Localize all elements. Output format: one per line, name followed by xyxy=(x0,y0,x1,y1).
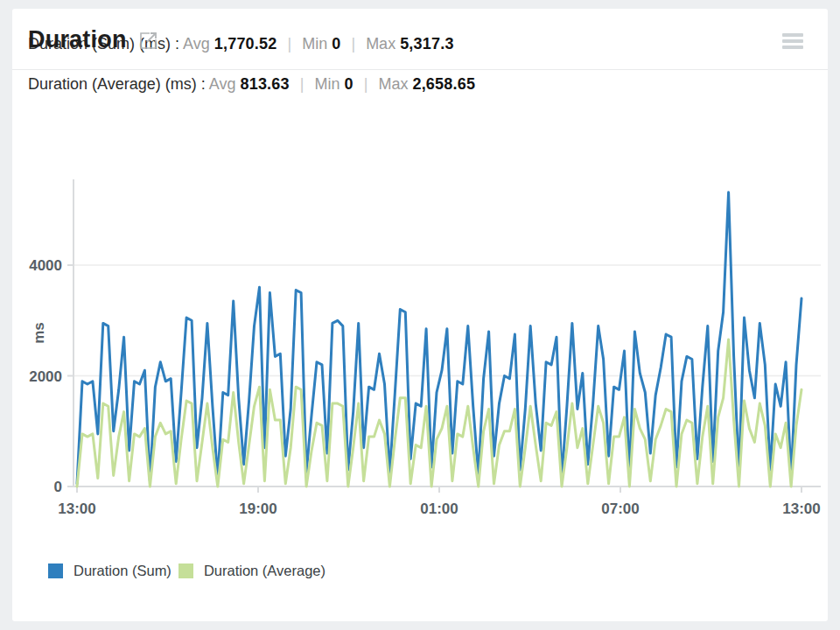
svg-text:01:00: 01:00 xyxy=(420,500,458,517)
max-label: Max xyxy=(378,75,408,93)
legend-item-average[interactable]: Duration (Average) xyxy=(178,563,326,579)
open-in-new-window-icon xyxy=(138,40,158,53)
svg-text:2000: 2000 xyxy=(29,368,62,385)
svg-text:ms: ms xyxy=(31,322,47,344)
duration-widget: Duration Duration (Sum) (ms) : Avg xyxy=(12,9,828,621)
svg-text:13:00: 13:00 xyxy=(782,500,820,517)
avg-label: Avg xyxy=(209,75,236,93)
average-stats-row: Duration (Average) (ms) : Avg 813.63 | M… xyxy=(28,75,828,94)
svg-text:07:00: 07:00 xyxy=(601,500,639,517)
svg-text:4000: 4000 xyxy=(29,257,62,274)
legend-label-average: Duration (Average) xyxy=(204,563,326,579)
widget-menu-button[interactable] xyxy=(782,33,803,49)
average-avg-value: 813.63 xyxy=(240,75,289,93)
svg-text:19:00: 19:00 xyxy=(239,500,276,517)
average-max-value: 2,658.65 xyxy=(412,75,475,93)
duration-chart[interactable]: 02000400013:0019:0001:0007:0013:00ms xyxy=(12,171,828,525)
page-title: Duration xyxy=(28,26,127,53)
separator: | xyxy=(358,75,374,93)
legend-item-sum[interactable]: Duration (Sum) xyxy=(48,563,172,579)
svg-text:13:00: 13:00 xyxy=(58,500,95,517)
svg-text:0: 0 xyxy=(54,479,62,495)
chart-legend: Duration (Sum) Duration (Average) xyxy=(48,563,326,579)
average-min-value: 0 xyxy=(344,75,353,93)
average-series-swatch-icon xyxy=(178,564,193,578)
separator: | xyxy=(294,75,311,93)
min-label: Min xyxy=(314,75,340,93)
widget-header: Duration xyxy=(12,9,828,70)
open-in-new-window-button[interactable] xyxy=(138,31,158,51)
sum-series-swatch-icon xyxy=(48,564,63,578)
legend-label-sum: Duration (Sum) xyxy=(74,563,172,579)
menu-icon xyxy=(782,33,803,37)
average-metric-label: Duration (Average) (ms) : xyxy=(28,75,206,93)
